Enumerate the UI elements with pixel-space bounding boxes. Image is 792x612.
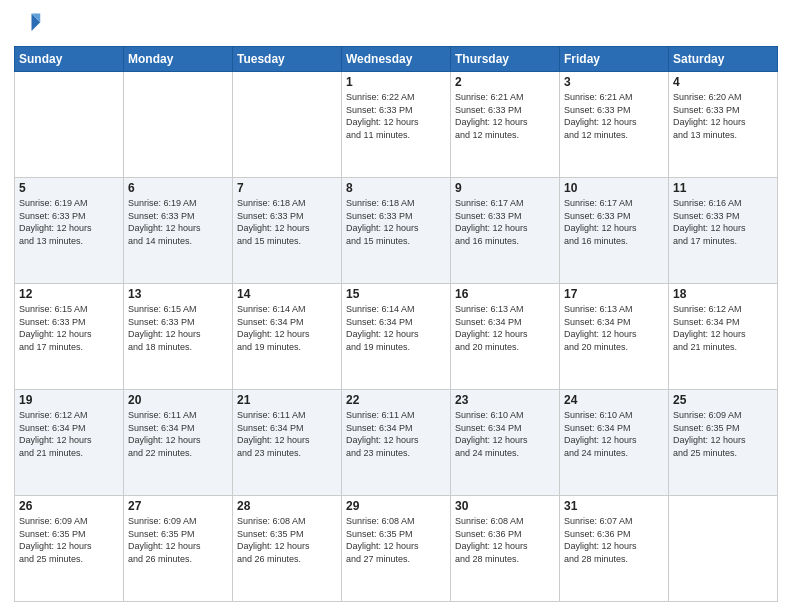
day-number: 21: [237, 393, 337, 407]
day-number: 13: [128, 287, 228, 301]
cell-info: Sunrise: 6:19 AM Sunset: 6:33 PM Dayligh…: [19, 197, 119, 247]
day-number: 24: [564, 393, 664, 407]
weekday-header: Wednesday: [342, 47, 451, 72]
day-number: 1: [346, 75, 446, 89]
day-number: 27: [128, 499, 228, 513]
weekday-header: Sunday: [15, 47, 124, 72]
day-number: 28: [237, 499, 337, 513]
day-number: 2: [455, 75, 555, 89]
page: SundayMondayTuesdayWednesdayThursdayFrid…: [0, 0, 792, 612]
calendar-cell: 28Sunrise: 6:08 AM Sunset: 6:35 PM Dayli…: [233, 496, 342, 602]
calendar-cell: 1Sunrise: 6:22 AM Sunset: 6:33 PM Daylig…: [342, 72, 451, 178]
calendar-cell: [124, 72, 233, 178]
cell-info: Sunrise: 6:12 AM Sunset: 6:34 PM Dayligh…: [19, 409, 119, 459]
day-number: 3: [564, 75, 664, 89]
day-number: 15: [346, 287, 446, 301]
calendar-cell: 17Sunrise: 6:13 AM Sunset: 6:34 PM Dayli…: [560, 284, 669, 390]
calendar-cell: 29Sunrise: 6:08 AM Sunset: 6:35 PM Dayli…: [342, 496, 451, 602]
day-number: 17: [564, 287, 664, 301]
calendar-cell: 31Sunrise: 6:07 AM Sunset: 6:36 PM Dayli…: [560, 496, 669, 602]
cell-info: Sunrise: 6:15 AM Sunset: 6:33 PM Dayligh…: [19, 303, 119, 353]
calendar-cell: 23Sunrise: 6:10 AM Sunset: 6:34 PM Dayli…: [451, 390, 560, 496]
calendar-cell: 15Sunrise: 6:14 AM Sunset: 6:34 PM Dayli…: [342, 284, 451, 390]
calendar-cell: 5Sunrise: 6:19 AM Sunset: 6:33 PM Daylig…: [15, 178, 124, 284]
calendar-cell: 11Sunrise: 6:16 AM Sunset: 6:33 PM Dayli…: [669, 178, 778, 284]
day-number: 30: [455, 499, 555, 513]
cell-info: Sunrise: 6:09 AM Sunset: 6:35 PM Dayligh…: [19, 515, 119, 565]
day-number: 29: [346, 499, 446, 513]
day-number: 5: [19, 181, 119, 195]
calendar-cell: 4Sunrise: 6:20 AM Sunset: 6:33 PM Daylig…: [669, 72, 778, 178]
calendar-cell: 3Sunrise: 6:21 AM Sunset: 6:33 PM Daylig…: [560, 72, 669, 178]
day-number: 4: [673, 75, 773, 89]
cell-info: Sunrise: 6:22 AM Sunset: 6:33 PM Dayligh…: [346, 91, 446, 141]
cell-info: Sunrise: 6:11 AM Sunset: 6:34 PM Dayligh…: [128, 409, 228, 459]
weekday-header: Tuesday: [233, 47, 342, 72]
cell-info: Sunrise: 6:08 AM Sunset: 6:35 PM Dayligh…: [237, 515, 337, 565]
calendar-week-row: 1Sunrise: 6:22 AM Sunset: 6:33 PM Daylig…: [15, 72, 778, 178]
calendar-cell: 13Sunrise: 6:15 AM Sunset: 6:33 PM Dayli…: [124, 284, 233, 390]
calendar-cell: 2Sunrise: 6:21 AM Sunset: 6:33 PM Daylig…: [451, 72, 560, 178]
calendar-cell: 9Sunrise: 6:17 AM Sunset: 6:33 PM Daylig…: [451, 178, 560, 284]
calendar-cell: 6Sunrise: 6:19 AM Sunset: 6:33 PM Daylig…: [124, 178, 233, 284]
cell-info: Sunrise: 6:15 AM Sunset: 6:33 PM Dayligh…: [128, 303, 228, 353]
day-number: 12: [19, 287, 119, 301]
cell-info: Sunrise: 6:13 AM Sunset: 6:34 PM Dayligh…: [455, 303, 555, 353]
calendar-cell: 12Sunrise: 6:15 AM Sunset: 6:33 PM Dayli…: [15, 284, 124, 390]
calendar-cell: 10Sunrise: 6:17 AM Sunset: 6:33 PM Dayli…: [560, 178, 669, 284]
header: [14, 10, 778, 38]
calendar-cell: 14Sunrise: 6:14 AM Sunset: 6:34 PM Dayli…: [233, 284, 342, 390]
calendar-cell: 18Sunrise: 6:12 AM Sunset: 6:34 PM Dayli…: [669, 284, 778, 390]
day-number: 31: [564, 499, 664, 513]
cell-info: Sunrise: 6:21 AM Sunset: 6:33 PM Dayligh…: [564, 91, 664, 141]
day-number: 6: [128, 181, 228, 195]
calendar-cell: 16Sunrise: 6:13 AM Sunset: 6:34 PM Dayli…: [451, 284, 560, 390]
cell-info: Sunrise: 6:14 AM Sunset: 6:34 PM Dayligh…: [237, 303, 337, 353]
cell-info: Sunrise: 6:17 AM Sunset: 6:33 PM Dayligh…: [564, 197, 664, 247]
cell-info: Sunrise: 6:19 AM Sunset: 6:33 PM Dayligh…: [128, 197, 228, 247]
day-number: 20: [128, 393, 228, 407]
cell-info: Sunrise: 6:20 AM Sunset: 6:33 PM Dayligh…: [673, 91, 773, 141]
day-number: 25: [673, 393, 773, 407]
cell-info: Sunrise: 6:08 AM Sunset: 6:35 PM Dayligh…: [346, 515, 446, 565]
day-number: 16: [455, 287, 555, 301]
calendar-cell: 24Sunrise: 6:10 AM Sunset: 6:34 PM Dayli…: [560, 390, 669, 496]
weekday-header-row: SundayMondayTuesdayWednesdayThursdayFrid…: [15, 47, 778, 72]
cell-info: Sunrise: 6:08 AM Sunset: 6:36 PM Dayligh…: [455, 515, 555, 565]
day-number: 18: [673, 287, 773, 301]
calendar-week-row: 26Sunrise: 6:09 AM Sunset: 6:35 PM Dayli…: [15, 496, 778, 602]
day-number: 11: [673, 181, 773, 195]
day-number: 10: [564, 181, 664, 195]
cell-info: Sunrise: 6:07 AM Sunset: 6:36 PM Dayligh…: [564, 515, 664, 565]
calendar-cell: 30Sunrise: 6:08 AM Sunset: 6:36 PM Dayli…: [451, 496, 560, 602]
cell-info: Sunrise: 6:12 AM Sunset: 6:34 PM Dayligh…: [673, 303, 773, 353]
day-number: 8: [346, 181, 446, 195]
weekday-header: Thursday: [451, 47, 560, 72]
cell-info: Sunrise: 6:11 AM Sunset: 6:34 PM Dayligh…: [237, 409, 337, 459]
cell-info: Sunrise: 6:10 AM Sunset: 6:34 PM Dayligh…: [455, 409, 555, 459]
cell-info: Sunrise: 6:09 AM Sunset: 6:35 PM Dayligh…: [128, 515, 228, 565]
day-number: 7: [237, 181, 337, 195]
calendar-week-row: 12Sunrise: 6:15 AM Sunset: 6:33 PM Dayli…: [15, 284, 778, 390]
calendar-cell: 26Sunrise: 6:09 AM Sunset: 6:35 PM Dayli…: [15, 496, 124, 602]
weekday-header: Saturday: [669, 47, 778, 72]
calendar-cell: [15, 72, 124, 178]
calendar-week-row: 19Sunrise: 6:12 AM Sunset: 6:34 PM Dayli…: [15, 390, 778, 496]
logo-icon: [14, 10, 42, 38]
day-number: 19: [19, 393, 119, 407]
calendar-cell: [233, 72, 342, 178]
weekday-header: Monday: [124, 47, 233, 72]
cell-info: Sunrise: 6:09 AM Sunset: 6:35 PM Dayligh…: [673, 409, 773, 459]
calendar-cell: 20Sunrise: 6:11 AM Sunset: 6:34 PM Dayli…: [124, 390, 233, 496]
cell-info: Sunrise: 6:18 AM Sunset: 6:33 PM Dayligh…: [346, 197, 446, 247]
cell-info: Sunrise: 6:16 AM Sunset: 6:33 PM Dayligh…: [673, 197, 773, 247]
calendar-cell: 19Sunrise: 6:12 AM Sunset: 6:34 PM Dayli…: [15, 390, 124, 496]
calendar-week-row: 5Sunrise: 6:19 AM Sunset: 6:33 PM Daylig…: [15, 178, 778, 284]
cell-info: Sunrise: 6:10 AM Sunset: 6:34 PM Dayligh…: [564, 409, 664, 459]
day-number: 9: [455, 181, 555, 195]
calendar-cell: 21Sunrise: 6:11 AM Sunset: 6:34 PM Dayli…: [233, 390, 342, 496]
cell-info: Sunrise: 6:18 AM Sunset: 6:33 PM Dayligh…: [237, 197, 337, 247]
day-number: 14: [237, 287, 337, 301]
cell-info: Sunrise: 6:14 AM Sunset: 6:34 PM Dayligh…: [346, 303, 446, 353]
logo: [14, 10, 46, 38]
